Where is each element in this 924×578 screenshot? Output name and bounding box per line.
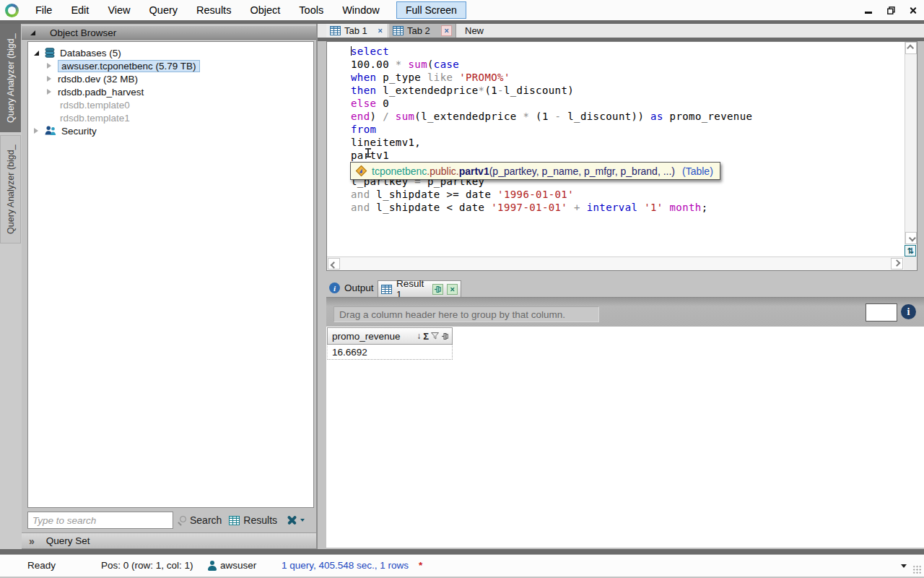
filter-funnel-icon[interactable] <box>431 332 439 340</box>
divider <box>0 549 924 554</box>
aggregate-sigma-icon[interactable]: Σ <box>423 331 429 342</box>
search-button[interactable]: Search <box>190 514 222 526</box>
search-icon[interactable] <box>178 516 187 525</box>
tree-node-rdsdb-dev[interactable]: rdsdb.dev (32 MB) <box>47 72 138 85</box>
autocomplete-tooltip: tcponetbenc.public.partv1(p_partkey, p_n… <box>350 162 720 180</box>
collapse-panel-icon[interactable] <box>30 30 35 35</box>
tools-dropdown-icon[interactable] <box>300 519 305 522</box>
application-window: File Edit View Query Results Object Tool… <box>0 0 924 578</box>
tree-node-security[interactable]: Security <box>34 124 97 137</box>
result-tab-active[interactable]: Result 1 <box>378 280 461 297</box>
results-grid-icon[interactable] <box>229 516 240 525</box>
scroll-left-button[interactable] <box>328 258 340 269</box>
collapsed-icon[interactable] <box>47 63 51 69</box>
search-input[interactable] <box>27 512 173 529</box>
tree-node-rdsdb-template0[interactable]: rdsdb.template0 <box>60 98 130 111</box>
app-logo-icon <box>5 4 19 17</box>
column-header-label: promo_revenue <box>332 331 401 342</box>
chevron-up-icon <box>907 45 914 52</box>
scroll-up-button[interactable] <box>905 42 917 54</box>
pin-result-button[interactable] <box>432 284 443 295</box>
collapsed-icon[interactable] <box>47 76 51 82</box>
query-set-label: Query Set <box>46 535 90 546</box>
side-tab-query-analyzer-2[interactable]: Query Analyzer (bigd_ <box>0 135 21 243</box>
table-grid-icon <box>330 26 341 35</box>
menu-results[interactable]: Results <box>187 1 240 19</box>
restore-icon <box>887 7 895 14</box>
menu-bar: File Edit View Query Results Object Tool… <box>0 0 924 20</box>
menu-query[interactable]: Query <box>140 1 188 19</box>
editor-tab-2-active[interactable]: Tab 2 <box>389 24 456 38</box>
mouse-ibeam-cursor <box>365 148 371 158</box>
status-state: Ready <box>27 560 56 571</box>
tree-node-label: rdsdb.template0 <box>60 100 130 111</box>
menu-object[interactable]: Object <box>240 1 289 19</box>
output-tab[interactable]: Output <box>329 282 374 293</box>
side-tab-strip: Query Analyzer (bigd_ Query Analyzer (bi… <box>0 24 22 549</box>
query-set-bar[interactable]: » Query Set <box>22 532 316 549</box>
results-button[interactable]: Results <box>243 514 277 526</box>
menu-file[interactable]: File <box>26 1 61 19</box>
close-tab-button[interactable] <box>376 27 384 35</box>
minimize-icon <box>865 12 872 14</box>
close-button[interactable] <box>908 5 918 15</box>
side-tab-query-analyzer-1[interactable]: Query Analyzer (bigd_ <box>0 24 21 132</box>
sql-editor: select100.00 * sum(casewhen p_type like … <box>326 41 918 271</box>
group-by-hint: Drag a column header here to group by th… <box>334 306 599 322</box>
column-header-promo-revenue[interactable]: promo_revenue ↓ Σ <box>327 327 453 345</box>
status-query-summary: 1 query, 405.548 sec., 1 rows <box>282 560 409 571</box>
restore-button[interactable] <box>886 5 896 15</box>
output-tab-label: Output <box>344 282 374 293</box>
object-browser-header[interactable]: Object Browser <box>22 25 316 40</box>
expanded-icon[interactable] <box>34 51 39 56</box>
menu-tools[interactable]: Tools <box>289 1 333 19</box>
sql-code-area[interactable]: select100.00 * sum(casewhen p_type like … <box>327 42 904 256</box>
tree-node-label-selected[interactable]: awsuser.tcponetbenc (5.79 TB) <box>58 60 200 72</box>
close-result-button[interactable] <box>447 284 458 295</box>
chevron-left-icon <box>331 261 338 268</box>
menu-window[interactable]: Window <box>333 1 389 19</box>
scroll-down-button[interactable] <box>905 232 917 244</box>
close-icon <box>444 28 449 33</box>
menu-edit[interactable]: Edit <box>61 1 98 19</box>
table-grid-icon <box>381 285 392 294</box>
database-tree: Databases (5) awsuser.tcponetbenc (5.79 … <box>27 41 314 508</box>
tree-node-databases[interactable]: Databases (5) <box>34 46 121 59</box>
sort-descending-icon[interactable]: ↓ <box>417 331 421 341</box>
tooltip-namespace: .public. <box>427 165 458 177</box>
horizontal-scrollbar[interactable] <box>327 256 904 270</box>
menu-view[interactable]: View <box>98 1 139 19</box>
tree-node-rdsdb-padb-harvest[interactable]: rdsdb.padb_harvest <box>47 85 144 98</box>
toggle-results-icon[interactable]: ⇅ <box>905 245 916 256</box>
chevron-right-icon <box>894 259 901 267</box>
new-tab-label: New <box>465 25 484 36</box>
vertical-scrollbar[interactable] <box>905 42 917 244</box>
close-icon <box>450 287 455 292</box>
tree-node-rdsdb-template1[interactable]: rdsdb.template1 <box>60 111 130 124</box>
minimize-button[interactable] <box>863 5 873 15</box>
resize-grip[interactable] <box>912 565 922 574</box>
full-screen-button[interactable]: Full Screen <box>396 1 466 19</box>
table-object-icon <box>356 165 367 177</box>
tree-node-awsuser-tcponetbenc[interactable]: awsuser.tcponetbenc (5.79 TB) <box>47 59 200 72</box>
object-browser-panel: Object Browser Databases (5) awsuser.tcp… <box>22 24 318 549</box>
info-icon <box>329 282 340 293</box>
status-user: awsuser <box>220 560 256 571</box>
grid-cell-promo-revenue[interactable]: 16.6692 <box>327 345 453 360</box>
editor-tab-1[interactable]: Tab 1 <box>326 24 388 38</box>
group-by-bar[interactable]: Drag a column header here to group by th… <box>326 298 924 327</box>
collapsed-icon[interactable] <box>34 128 38 134</box>
expand-query-set-icon[interactable]: » <box>29 535 35 547</box>
tools-wrench-icon[interactable] <box>286 514 298 526</box>
tree-node-label: rdsdb.padb_harvest <box>58 87 144 98</box>
close-tab-button[interactable] <box>441 25 452 36</box>
new-tab-button[interactable]: New <box>461 24 492 38</box>
grid-info-icon[interactable] <box>901 304 916 319</box>
status-dropdown-icon[interactable] <box>901 564 907 568</box>
result-grid-panel: Drag a column header here to group by th… <box>326 297 924 548</box>
grid-filter-input[interactable] <box>866 303 897 322</box>
text-caret <box>351 46 352 56</box>
scroll-right-button[interactable] <box>891 258 903 269</box>
collapsed-icon[interactable] <box>47 89 51 95</box>
pin-icon[interactable] <box>441 332 449 340</box>
